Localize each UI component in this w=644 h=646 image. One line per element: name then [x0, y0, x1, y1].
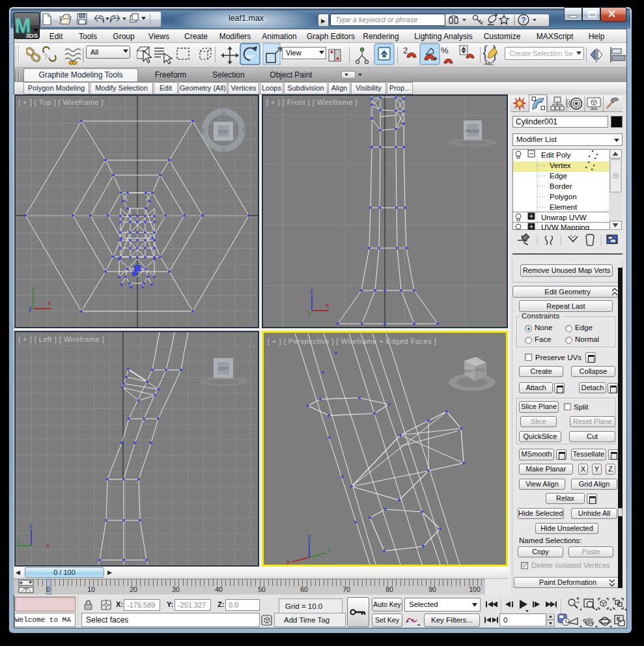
svg-text:y: y: [328, 546, 331, 554]
svg-text:LEFT: LEFT: [218, 367, 229, 371]
svg-text:S: S: [221, 147, 225, 155]
svg-text:z: z: [310, 287, 313, 294]
svg-text:z: z: [29, 522, 33, 529]
svg-text:z: z: [29, 305, 32, 313]
svg-text:FRONT: FRONT: [466, 129, 480, 133]
svg-text:Border: Border: [550, 182, 572, 190]
svg-text:x: x: [48, 300, 51, 307]
svg-text:Element: Element: [550, 203, 578, 211]
svg-text:N: N: [221, 110, 226, 118]
svg-text:Polygon: Polygon: [550, 193, 577, 201]
svg-text:Unwrap UVW: Unwrap UVW: [541, 214, 587, 221]
svg-text:BACK: BACK: [476, 368, 485, 372]
svg-text:x: x: [287, 559, 290, 565]
svg-text:z: z: [307, 533, 311, 541]
svg-text:TOP: TOP: [218, 129, 228, 135]
svg-text:E: E: [242, 126, 246, 134]
svg-text:?: ?: [521, 16, 525, 25]
svg-text:ABC: ABC: [484, 61, 494, 66]
svg-text:y: y: [308, 309, 311, 316]
svg-text:UVW Mapping: UVW Mapping: [541, 223, 589, 230]
svg-text:W: W: [199, 126, 206, 134]
svg-text:%: %: [441, 46, 449, 55]
svg-text:x: x: [46, 542, 49, 549]
svg-text:Edit Poly: Edit Poly: [541, 151, 571, 159]
svg-text:2: 2: [403, 46, 408, 55]
svg-text:3DS: 3DS: [26, 32, 38, 39]
svg-text:Vertex: Vertex: [550, 162, 571, 169]
svg-text:RIGHT: RIGHT: [464, 369, 474, 373]
svg-text:Edge: Edge: [550, 172, 567, 180]
svg-text:y: y: [31, 285, 35, 292]
svg-text:y: y: [17, 537, 20, 544]
svg-text:x: x: [326, 302, 329, 309]
